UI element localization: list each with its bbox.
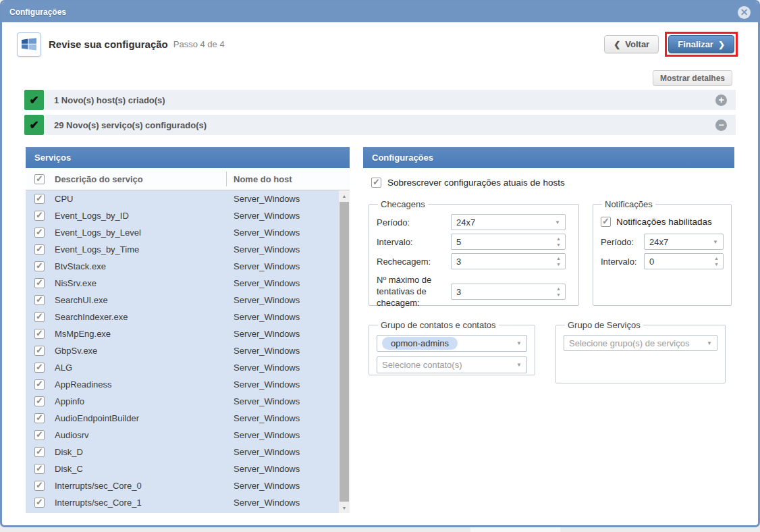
- row-checkbox[interactable]: [34, 464, 45, 474]
- row-checkbox[interactable]: [34, 194, 45, 204]
- row-checkbox[interactable]: [34, 211, 45, 221]
- table-row[interactable]: Event_Logs_by_ID Server_Windows: [26, 207, 338, 224]
- checks-fieldset: Checagens Período: 24x7 Intervalo: 5 Rec…: [369, 199, 579, 306]
- service-host: Server_Windows: [234, 464, 300, 474]
- service-desc: Event_Logs_by_ID: [55, 211, 129, 221]
- back-button[interactable]: ❮ Voltar: [604, 35, 659, 53]
- service-desc: SearchUI.exe: [55, 295, 108, 305]
- service-desc: ALG: [55, 363, 72, 373]
- recheck-value: 3: [456, 257, 461, 267]
- service-groups-fieldset: Grupo de Serviços Selecione grupo(s) de …: [555, 320, 726, 383]
- table-row[interactable]: Event_Logs_by_Time Server_Windows: [26, 241, 338, 258]
- dialog-titlebar: Configurações ✕: [2, 2, 758, 22]
- table-row[interactable]: SearchUI.exe Server_Windows: [26, 292, 338, 309]
- scroll-down-icon[interactable]: ▼: [339, 502, 350, 513]
- dialog-title: Configurações: [9, 7, 66, 17]
- table-row[interactable]: Audiosrv Server_Windows: [26, 427, 338, 444]
- selected-contact-group-tag[interactable]: opmon-admins: [382, 337, 458, 350]
- row-checkbox[interactable]: [34, 447, 45, 457]
- check-period-value: 24x7: [456, 217, 475, 228]
- service-host: Server_Windows: [234, 244, 300, 255]
- table-row[interactable]: NisSrv.exe Server_Windows: [26, 275, 338, 292]
- table-row[interactable]: MsMpEng.exe Server_Windows: [26, 325, 338, 342]
- close-icon[interactable]: ✕: [738, 6, 751, 19]
- table-row[interactable]: ALG Server_Windows: [26, 359, 338, 376]
- table-row[interactable]: Interrupts/sec_Core_0 Server_Windows: [26, 477, 338, 494]
- notifications-enabled-option[interactable]: Notificações habilitadas: [601, 217, 724, 227]
- service-host: Server_Windows: [234, 447, 300, 457]
- expand-plus-icon[interactable]: +: [715, 95, 727, 106]
- summary-hosts-bar[interactable]: 1 Novo(s) host(s) criado(s) +: [45, 90, 736, 110]
- check-interval-value: 5: [456, 237, 461, 247]
- table-row[interactable]: BtvStack.exe Server_Windows: [26, 258, 338, 275]
- service-desc: AudioEndpointBuilder: [55, 413, 139, 423]
- service-host: Server_Windows: [234, 346, 300, 356]
- table-row[interactable]: Disk_C Server_Windows: [26, 460, 338, 477]
- service-host: Server_Windows: [234, 379, 300, 390]
- summary-hosts-label: 1 Novo(s) host(s) criado(s): [54, 95, 165, 105]
- row-checkbox[interactable]: [34, 379, 45, 390]
- scroll-up-icon[interactable]: ▲: [339, 190, 350, 201]
- contact-group-select[interactable]: opmon-admins: [377, 335, 527, 352]
- page-title: Revise sua configuração: [49, 38, 168, 50]
- recheck-stepper[interactable]: 3: [451, 253, 566, 269]
- row-checkbox[interactable]: [34, 498, 45, 508]
- notifications-enabled-checkbox[interactable]: [601, 217, 611, 227]
- notif-period-select[interactable]: 24x7: [644, 234, 724, 250]
- vertical-scrollbar[interactable]: ▲ ▼: [338, 190, 350, 513]
- service-desc: Audiosrv: [55, 430, 89, 440]
- service-groups-select[interactable]: Selecione grupo(s) de serviços: [564, 335, 717, 351]
- contacts-select[interactable]: Selecione contato(s): [377, 356, 527, 373]
- service-host: Server_Windows: [234, 194, 300, 204]
- table-row[interactable]: GbpSv.exe Server_Windows: [26, 342, 338, 359]
- wizard-header: Revise sua configuração Passo 4 de 4 ❮ V…: [17, 32, 738, 57]
- service-groups-placeholder: Selecione grupo(s) de serviços: [569, 338, 689, 348]
- overwrite-checkbox[interactable]: [371, 178, 381, 188]
- service-host: Server_Windows: [234, 363, 300, 373]
- finish-button[interactable]: Finalizar ❯: [668, 35, 734, 53]
- scrollbar-thumb[interactable]: [340, 202, 349, 502]
- max-attempts-stepper[interactable]: 3: [451, 284, 566, 300]
- chevron-right-icon: ❯: [718, 40, 725, 49]
- row-checkbox[interactable]: [34, 278, 45, 288]
- check-interval-label: Intervalo:: [377, 237, 451, 247]
- max-attempts-label: Nº máximo de tentativas de checagem:: [377, 275, 451, 309]
- service-desc: BtvStack.exe: [55, 261, 106, 271]
- row-checkbox[interactable]: [34, 312, 45, 322]
- table-row[interactable]: AppReadiness Server_Windows: [26, 376, 338, 393]
- table-row[interactable]: Event_Logs_by_Level Server_Windows: [26, 224, 338, 241]
- row-checkbox[interactable]: [34, 329, 45, 339]
- check-interval-stepper[interactable]: 5: [451, 234, 566, 250]
- row-checkbox[interactable]: [34, 261, 45, 271]
- configuration-dialog: Configurações ✕ Revise sua configuração …: [0, 0, 760, 527]
- table-row[interactable]: Disk_D Server_Windows: [26, 444, 338, 460]
- notif-interval-stepper[interactable]: 0: [644, 253, 724, 269]
- select-all-checkbox[interactable]: [34, 174, 45, 184]
- summary-services-bar[interactable]: 29 Novo(s) serviço(s) configurado(s) −: [45, 115, 736, 135]
- table-row[interactable]: Interrupts/sec_Core_1 Server_Windows: [26, 494, 338, 511]
- row-checkbox[interactable]: [34, 430, 45, 440]
- service-desc: Interrupts/sec_Core_1: [55, 498, 142, 508]
- row-checkbox[interactable]: [34, 413, 45, 423]
- table-row[interactable]: AudioEndpointBuilder Server_Windows: [26, 410, 338, 427]
- table-row[interactable]: SearchIndexer.exe Server_Windows: [26, 309, 338, 325]
- notifications-enabled-label: Notificações habilitadas: [616, 217, 712, 227]
- row-checkbox[interactable]: [34, 363, 45, 373]
- windows-flag-svg: [22, 38, 36, 51]
- show-details-button[interactable]: Mostrar detalhes: [653, 70, 732, 86]
- row-checkbox[interactable]: [34, 228, 45, 238]
- collapse-minus-icon[interactable]: −: [715, 119, 727, 131]
- row-checkbox[interactable]: [34, 346, 45, 356]
- overwrite-hosts-option[interactable]: Sobrescrever configurações atuais de hos…: [371, 178, 565, 188]
- row-checkbox[interactable]: [34, 295, 45, 305]
- show-details-label: Mostrar detalhes: [660, 74, 725, 83]
- service-host: Server_Windows: [234, 396, 300, 406]
- row-checkbox[interactable]: [34, 481, 45, 491]
- overwrite-label: Sobrescrever configurações atuais de hos…: [387, 178, 565, 188]
- row-checkbox[interactable]: [34, 244, 45, 255]
- table-row[interactable]: CPU Server_Windows: [26, 190, 338, 207]
- table-row[interactable]: Appinfo Server_Windows: [26, 393, 338, 410]
- check-period-select[interactable]: 24x7: [451, 214, 566, 230]
- windows-logo-icon: [17, 32, 41, 57]
- row-checkbox[interactable]: [34, 396, 45, 406]
